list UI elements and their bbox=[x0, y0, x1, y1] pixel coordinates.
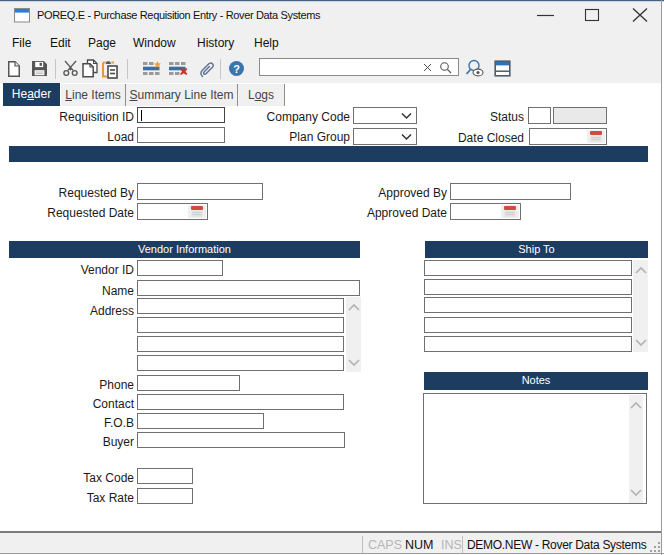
svg-text:?: ? bbox=[233, 63, 240, 75]
